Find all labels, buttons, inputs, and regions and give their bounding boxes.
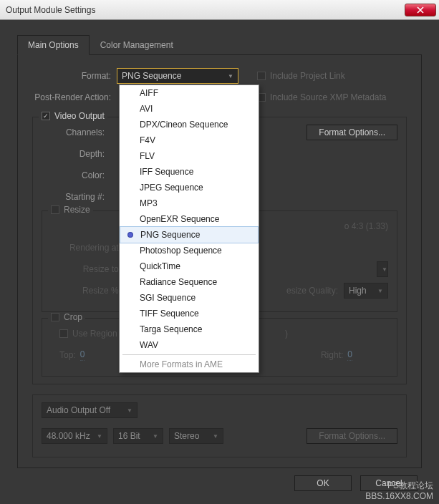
format-option-jpeg[interactable]: JPEG Sequence [120, 180, 259, 195]
titlebar: Output Module Settings [0, 0, 439, 20]
resize-checkbox[interactable] [51, 205, 59, 214]
resize-quality-select: High▼ [344, 283, 388, 299]
tab-main-options[interactable]: Main Options [17, 35, 90, 55]
crop-legend: Crop [64, 312, 82, 322]
channels-label: Channels: [42, 127, 110, 137]
crop-top-label: Top: [59, 350, 76, 360]
include-xmp-label: Include Source XMP Metadata [270, 92, 387, 102]
format-label: Format: [32, 71, 117, 81]
chevron-down-icon: ▼ [382, 266, 387, 273]
format-option-radiance[interactable]: Radiance Sequence [120, 274, 259, 290]
format-option-tiff[interactable]: TIFF Sequence [120, 306, 259, 321]
chevron-down-icon: ▼ [97, 433, 102, 440]
crop-checkbox[interactable] [51, 313, 59, 321]
format-option-iff[interactable]: IFF Sequence [120, 164, 259, 180]
audio-channels-select: Stereo▼ [169, 428, 223, 444]
resize-to-label: Resize to: [51, 264, 127, 274]
watermark: PS教程论坛 BBS.16XX8.COM [365, 480, 433, 501]
post-render-label: Post-Render Action: [32, 92, 117, 102]
format-option-openexr[interactable]: OpenEXR Sequence [120, 211, 259, 227]
chevron-down-icon: ▼ [228, 73, 233, 79]
chevron-down-icon: ▼ [377, 288, 383, 294]
starting-label: Starting #: [42, 192, 110, 202]
lock-aspect-text: o 4:3 (1.33) [344, 221, 388, 231]
format-option-dpx[interactable]: DPX/Cineon Sequence [120, 117, 259, 132]
format-option-qt[interactable]: QuickTime [120, 258, 259, 274]
crop-bracket: ) [285, 329, 288, 339]
audio-format-options-button: Format Options... [307, 428, 397, 444]
tab-color-management[interactable]: Color Management [90, 35, 184, 55]
crop-right-label: Right: [321, 350, 343, 360]
dropdown-separator [122, 354, 256, 355]
format-dropdown-menu[interactable]: AIFF AVI DPX/Cineon Sequence F4V FLV IFF… [119, 84, 259, 373]
audio-fieldset: Audio Output Off▼ 48.000 kHz▼ 16 Bit▼ St… [32, 394, 407, 457]
close-icon [417, 6, 424, 14]
chevron-down-icon: ▼ [127, 407, 132, 414]
format-option-aiff[interactable]: AIFF [120, 85, 259, 101]
audio-rate-select: 48.000 kHz▼ [42, 428, 107, 444]
audio-output-select[interactable]: Audio Output Off▼ [42, 402, 138, 418]
resize-to-select: ▼ [377, 261, 388, 277]
window-title: Output Module Settings [6, 5, 405, 15]
chevron-down-icon: ▼ [213, 433, 218, 440]
format-option-png[interactable]: PNG Sequence [120, 226, 259, 243]
resize-quality-label: esize Quality: [286, 286, 338, 296]
format-option-more[interactable]: More Formats in AME [120, 357, 259, 372]
include-link-checkbox [257, 72, 266, 80]
chevron-down-icon: ▼ [153, 433, 158, 440]
format-option-targa[interactable]: Targa Sequence [120, 321, 259, 337]
format-option-flv[interactable]: FLV [120, 148, 259, 164]
format-option-avi[interactable]: AVI [120, 101, 259, 117]
resize-pct-label: Resize %: [51, 286, 127, 296]
depth-label: Depth: [42, 149, 110, 159]
video-output-legend: Video Output [54, 111, 105, 121]
tab-bar: Main Options Color Management [17, 34, 422, 55]
crop-right-value[interactable]: 0 [347, 349, 352, 361]
format-options-button[interactable]: Format Options... [307, 125, 397, 140]
format-option-f4v[interactable]: F4V [120, 132, 259, 148]
resize-legend: Resize [64, 205, 90, 215]
crop-top-value[interactable]: 0 [80, 349, 85, 361]
rendering-at-label: Rendering at: [51, 243, 127, 253]
format-value: PNG Sequence [122, 71, 181, 81]
use-region-checkbox [59, 329, 68, 338]
format-option-sgi[interactable]: SGI Sequence [120, 290, 259, 306]
format-option-mp3[interactable]: MP3 [120, 195, 259, 211]
color-label: Color: [42, 170, 110, 180]
use-region-label: Use Region [72, 329, 117, 339]
close-button[interactable] [405, 4, 436, 16]
video-output-checkbox[interactable]: ✓ [42, 112, 50, 120]
window-body: Main Options Color Management Format: PN… [0, 20, 439, 504]
format-option-psd[interactable]: Photoshop Sequence [120, 243, 259, 258]
format-option-wav[interactable]: WAV [120, 337, 259, 353]
audio-depth-select: 16 Bit▼ [113, 428, 163, 444]
format-select[interactable]: PNG Sequence ▼ [117, 68, 238, 84]
include-link-label: Include Project Link [270, 71, 345, 81]
ok-button[interactable]: OK [294, 475, 352, 491]
